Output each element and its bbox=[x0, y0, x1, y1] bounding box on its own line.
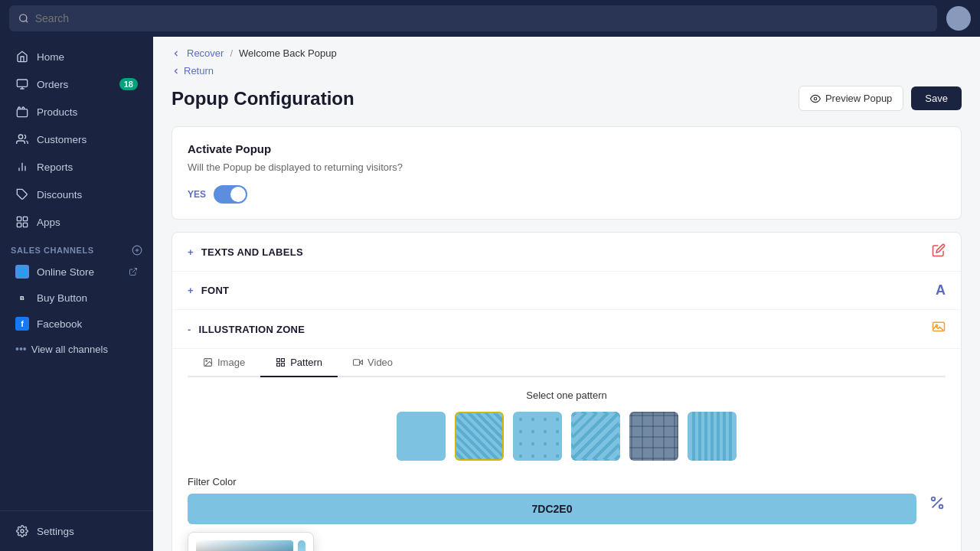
svg-rect-2 bbox=[17, 109, 27, 117]
activate-popup-toggle[interactable] bbox=[214, 185, 247, 204]
svg-point-16 bbox=[21, 530, 24, 533]
layout: Home Orders 18 Products Customers Repo bbox=[0, 37, 980, 551]
svg-point-0 bbox=[20, 15, 27, 21]
illustration-collapse-icon: - bbox=[188, 324, 191, 335]
pattern-label: Select one pattern bbox=[188, 390, 946, 401]
svg-point-3 bbox=[18, 135, 22, 139]
ellipsis-icon: ••• bbox=[15, 343, 27, 355]
sidebar-item-online-store[interactable]: 🌐 Online Store bbox=[5, 259, 149, 284]
external-link-icon bbox=[129, 267, 138, 276]
svg-point-19 bbox=[936, 324, 937, 326]
svg-line-15 bbox=[132, 269, 137, 273]
video-tab-icon bbox=[353, 357, 363, 367]
preview-popup-button[interactable]: Preview Popup bbox=[799, 86, 903, 111]
illustration-zone-section[interactable]: - ILLUSTRATION ZONE bbox=[172, 310, 961, 349]
svg-rect-1 bbox=[17, 80, 27, 86]
breadcrumb-parent[interactable]: Recover bbox=[187, 47, 224, 59]
home-icon bbox=[15, 50, 29, 64]
online-store-icon: 🌐 bbox=[15, 265, 29, 279]
illustration-title: ILLUSTRATION ZONE bbox=[199, 324, 305, 335]
orders-badge: 18 bbox=[119, 78, 138, 90]
toggle-row: YES bbox=[188, 185, 946, 204]
topbar bbox=[0, 0, 980, 37]
add-channel-icon[interactable] bbox=[132, 245, 142, 256]
sidebar-item-orders[interactable]: Orders 18 bbox=[5, 71, 149, 97]
color-gradient[interactable] bbox=[196, 540, 293, 551]
filter-color-label: Filter Color bbox=[188, 476, 916, 487]
return-link[interactable]: Return bbox=[172, 65, 962, 77]
texts-labels-icon bbox=[932, 243, 946, 260]
font-expand-icon: + bbox=[188, 285, 194, 296]
svg-point-17 bbox=[814, 97, 817, 100]
sidebar-label-facebook: Facebook bbox=[37, 318, 82, 330]
sidebar-item-settings[interactable]: Settings bbox=[5, 518, 149, 544]
sidebar-item-buy-button[interactable]: B Buy Button bbox=[5, 285, 149, 310]
sales-channels-title: SALES CHANNELS bbox=[0, 236, 153, 259]
eye-icon bbox=[810, 93, 821, 104]
orders-icon bbox=[15, 77, 29, 91]
tab-video[interactable]: Video bbox=[338, 349, 408, 377]
view-all-channels[interactable]: ••• View all channels bbox=[5, 337, 149, 360]
sidebar-item-customers[interactable]: Customers bbox=[5, 126, 149, 152]
percentage-icon[interactable] bbox=[929, 494, 946, 511]
pattern-tab-icon bbox=[276, 357, 286, 367]
sidebar-bottom: Settings bbox=[0, 510, 153, 545]
pattern-item-3[interactable] bbox=[513, 412, 562, 461]
facebook-icon: f bbox=[15, 317, 29, 331]
font-section[interactable]: + FONT A bbox=[172, 272, 961, 310]
illustration-left: - ILLUSTRATION ZONE bbox=[188, 324, 305, 335]
sidebar-item-facebook[interactable]: f Facebook bbox=[5, 311, 149, 336]
svg-rect-9 bbox=[23, 217, 27, 220]
sidebar-label-apps: Apps bbox=[37, 217, 60, 228]
search-input[interactable] bbox=[35, 12, 928, 24]
tab-image-label: Image bbox=[217, 357, 245, 368]
pattern-item-2[interactable] bbox=[455, 412, 504, 461]
page-header: Popup Configuration Preview Popup Save bbox=[172, 86, 962, 111]
sidebar-item-discounts[interactable]: Discounts bbox=[5, 181, 149, 207]
discounts-icon bbox=[15, 187, 29, 201]
save-button[interactable]: Save bbox=[911, 86, 962, 110]
breadcrumb-current: Welcome Back Popup bbox=[239, 47, 337, 59]
sidebar-label-home: Home bbox=[37, 51, 64, 63]
toggle-label: YES bbox=[188, 189, 206, 200]
pattern-grid bbox=[188, 412, 946, 461]
avatar[interactable] bbox=[946, 6, 971, 31]
sidebar-label-online-store: Online Store bbox=[37, 266, 94, 278]
tab-image[interactable]: Image bbox=[188, 349, 260, 377]
color-input-bar[interactable]: 7DC2E0 bbox=[188, 494, 916, 524]
search-icon bbox=[18, 13, 29, 24]
pattern-item-5[interactable] bbox=[629, 412, 678, 461]
texts-expand-icon: + bbox=[188, 246, 194, 258]
svg-rect-8 bbox=[17, 217, 21, 220]
buy-button-icon: B bbox=[15, 291, 29, 305]
sidebar-item-products[interactable]: Products bbox=[5, 99, 149, 125]
svg-marker-26 bbox=[360, 360, 363, 364]
tab-pattern[interactable]: Pattern bbox=[260, 349, 338, 377]
pattern-item-1[interactable] bbox=[397, 412, 446, 461]
sidebar-item-apps[interactable]: Apps bbox=[5, 209, 149, 235]
sidebar-item-home[interactable]: Home bbox=[5, 44, 149, 70]
activate-popup-subtitle: Will the Popup be displayed to returning… bbox=[188, 161, 946, 173]
sidebar-label-orders: Orders bbox=[37, 79, 68, 90]
texts-labels-left: + TEXTS AND LABELS bbox=[188, 246, 303, 258]
products-icon bbox=[15, 105, 29, 119]
svg-rect-27 bbox=[354, 360, 360, 366]
texts-labels-section[interactable]: + TEXTS AND LABELS bbox=[172, 233, 961, 272]
texts-labels-title: TEXTS AND LABELS bbox=[201, 246, 303, 258]
search-bar[interactable] bbox=[9, 5, 937, 31]
pattern-item-6[interactable] bbox=[688, 412, 737, 461]
activate-popup-body: Activate Popup Will the Popup be display… bbox=[172, 127, 961, 219]
breadcrumb-separator: / bbox=[230, 47, 233, 59]
tab-row: Image Pattern Video bbox=[188, 349, 946, 377]
illustration-icon bbox=[932, 321, 946, 337]
font-title: FONT bbox=[201, 285, 229, 296]
customers-icon bbox=[15, 132, 29, 146]
alpha-track[interactable] bbox=[298, 540, 305, 551]
pattern-item-4[interactable] bbox=[571, 412, 620, 461]
font-left: + FONT bbox=[188, 285, 229, 296]
settings-icon bbox=[15, 524, 29, 538]
reports-icon bbox=[15, 160, 29, 174]
image-tab-icon bbox=[203, 357, 213, 367]
sidebar-item-reports[interactable]: Reports bbox=[5, 154, 149, 180]
svg-rect-22 bbox=[277, 359, 280, 362]
